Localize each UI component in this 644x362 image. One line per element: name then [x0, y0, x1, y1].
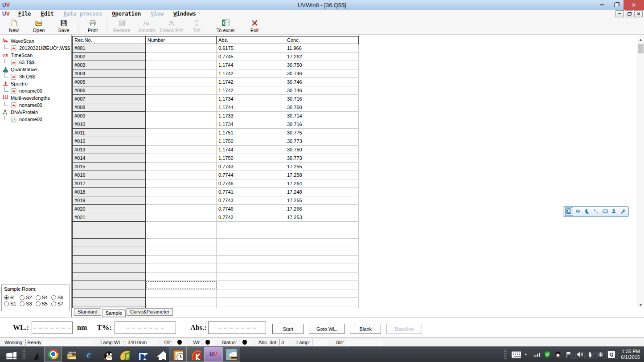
row-header-cell[interactable] [73, 230, 146, 239]
table-cell[interactable]: 17.253 [285, 213, 359, 222]
table-cell[interactable] [146, 163, 217, 171]
mdi-minimize-button[interactable] [615, 10, 624, 17]
user-icon[interactable] [611, 208, 618, 215]
table-cell[interactable] [217, 306, 285, 309]
mdi-close-button[interactable] [634, 10, 643, 17]
sample-room-radio-s1[interactable]: S1 [4, 301, 20, 306]
chinese-mode-icon[interactable] [575, 208, 582, 215]
table-cell[interactable]: 17.258 [285, 171, 359, 179]
table-cell[interactable]: 30.746 [285, 78, 359, 86]
sample-room-radio-s7[interactable]: S7 [51, 301, 67, 306]
new-button[interactable]: New [1, 17, 26, 34]
row-header-cell[interactable]: #017 [73, 179, 146, 188]
table-cell[interactable] [146, 264, 217, 273]
vertical-scrollbar[interactable]: ▲ ▼ [637, 36, 644, 308]
start-button[interactable] [0, 346, 21, 362]
table-cell[interactable]: 0.7743 [217, 196, 285, 205]
table-cell[interactable]: 0.6175 [217, 44, 285, 53]
table-cell[interactable] [285, 256, 359, 264]
scroll-down-icon[interactable]: ▼ [637, 301, 644, 308]
table-cell[interactable] [146, 154, 217, 163]
taskbar-app-internet-explorer[interactable]: e [80, 347, 98, 362]
table-cell[interactable]: 17.266 [285, 205, 359, 213]
ime-indicator-icon[interactable] [565, 207, 573, 216]
table-cell[interactable]: 30.773 [285, 137, 359, 146]
table-cell[interactable]: 30.773 [285, 154, 359, 163]
table-cell[interactable] [146, 95, 217, 103]
table-cell[interactable]: 30.716 [285, 95, 359, 103]
t-percent-readout[interactable]: – – – – – – – [115, 321, 176, 334]
table-cell[interactable] [146, 289, 217, 298]
sample-room-radio-s6[interactable]: S6 [51, 295, 67, 300]
tree-leaf-20120321-.w$$[interactable]: 20120321ìØÈÜÒ°.W$$ [0, 45, 71, 52]
column-header-number[interactable]: Number [146, 37, 217, 44]
tree-node-timescan[interactable]: 0:0TimeScan [0, 52, 71, 59]
table-cell[interactable] [146, 146, 217, 154]
save-button[interactable]: Save [51, 17, 76, 34]
column-header-conc[interactable]: Conc. [285, 37, 359, 44]
table-cell[interactable] [146, 188, 217, 196]
table-cell[interactable] [146, 281, 217, 289]
restore-button[interactable] [609, 0, 623, 10]
table-cell[interactable]: 1.1734 [217, 120, 285, 129]
ime-language-bar[interactable] [563, 206, 629, 217]
to-excel-button[interactable]: To excel [213, 17, 238, 34]
table-cell[interactable] [146, 298, 217, 306]
table-cell[interactable] [217, 222, 285, 230]
table-cell[interactable]: 17.248 [285, 188, 359, 196]
flag-tray-button[interactable] [565, 350, 572, 358]
taskbar-app-home[interactable] [151, 347, 169, 362]
table-cell[interactable]: 1.1742 [217, 78, 285, 86]
taskbar-app-qq[interactable] [98, 347, 115, 362]
tree-leaf-36.q$$[interactable]: 36.Q$$ [0, 73, 71, 80]
table-cell[interactable] [217, 264, 285, 273]
table-cell[interactable]: 30.775 [285, 129, 359, 137]
table-cell[interactable]: 0.7742 [217, 213, 285, 222]
row-header-cell[interactable]: #009 [73, 112, 146, 120]
table-cell[interactable] [146, 137, 217, 146]
row-header-cell[interactable]: #008 [73, 103, 146, 112]
wl-readout[interactable]: – – – – – – – [32, 321, 73, 334]
table-cell[interactable]: 17.264 [285, 179, 359, 188]
table-cell[interactable]: 1.1734 [217, 95, 285, 103]
row-header-cell[interactable]: #004 [73, 69, 146, 78]
row-header-cell[interactable] [73, 298, 146, 306]
table-cell[interactable]: 0.7744 [217, 171, 285, 179]
security-shield-tray-button[interactable] [543, 350, 551, 358]
table-cell[interactable] [217, 230, 285, 239]
table-cell[interactable] [146, 129, 217, 137]
start-button[interactable]: Start [272, 324, 304, 334]
table-cell[interactable]: 0.7741 [217, 188, 285, 196]
table-cell[interactable]: 30.750 [285, 103, 359, 112]
table-cell[interactable]: 30.714 [285, 112, 359, 120]
power-plug-tray-button[interactable] [586, 350, 594, 358]
tree-leaf-noname00[interactable]: noname00 [0, 116, 71, 123]
tab-standard[interactable]: Standard [74, 308, 101, 316]
input-method-tray-button[interactable] [597, 350, 604, 358]
taskbar-app-music[interactable] [115, 347, 133, 362]
table-cell[interactable] [285, 247, 359, 256]
table-cell[interactable] [285, 222, 359, 230]
table-cell[interactable] [217, 281, 285, 289]
table-cell[interactable] [146, 239, 217, 247]
exit-button[interactable]: Exit [242, 17, 267, 34]
tree-node-multi-wavelengths[interactable]: Multi-wavelengths [0, 94, 71, 102]
close-button[interactable] [623, 0, 644, 10]
table-cell[interactable]: 17.255 [285, 163, 359, 171]
row-header-cell[interactable] [73, 256, 146, 264]
table-cell[interactable]: 1.1742 [217, 69, 285, 78]
table-cell[interactable] [146, 196, 217, 205]
abs-readout[interactable]: – – – – – – – [208, 321, 266, 334]
row-header-cell[interactable] [73, 289, 146, 298]
table-cell[interactable]: 1.1744 [217, 61, 285, 69]
row-header-cell[interactable] [73, 281, 146, 289]
taskbar-app-scheduler[interactable] [169, 347, 187, 362]
row-header-cell[interactable]: #016 [73, 171, 146, 179]
table-cell[interactable] [285, 298, 359, 306]
row-header-cell[interactable]: #011 [73, 129, 146, 137]
table-cell[interactable] [146, 273, 217, 281]
menu-windows[interactable]: Windows [168, 11, 201, 17]
table-cell[interactable]: 0.7743 [217, 163, 285, 171]
row-header-cell[interactable]: #005 [73, 78, 146, 86]
table-cell[interactable]: 1.1750 [217, 154, 285, 163]
